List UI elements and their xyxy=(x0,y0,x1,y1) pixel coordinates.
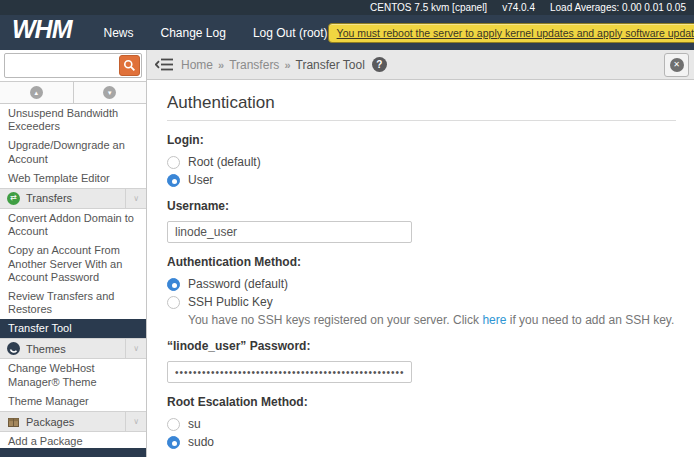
sidebar-scroll-controls: ▲ ▼ xyxy=(0,82,146,104)
breadcrumb: Home » Transfers » Transfer Tool ? xyxy=(181,57,387,72)
username-label: Username: xyxy=(167,199,676,213)
header-nav: News Change Log Log Out (root) xyxy=(103,26,327,40)
sidebar-search-row xyxy=(0,50,146,82)
radio-icon xyxy=(167,156,180,169)
server-status-strip: CENTOS 7.5 kvm [cpanel] v74.0.4 Load Ave… xyxy=(0,0,694,15)
close-button[interactable]: ✕ xyxy=(664,53,689,77)
sidebar-item-review-transfers-restores[interactable]: Review Transfers and Restores xyxy=(0,287,146,319)
sidebar-item-convert-addon-domain[interactable]: Convert Addon Domain to Account xyxy=(0,209,146,241)
radio-escalation-sudo[interactable]: sudo xyxy=(167,435,676,449)
radio-auth-ssh-key[interactable]: SSH Public Key xyxy=(167,295,676,309)
radio-label: User xyxy=(188,173,213,187)
system-info: CENTOS 7.5 kvm [cpanel] xyxy=(370,2,487,13)
sidebar-item-add-a-package[interactable]: Add a Package xyxy=(0,432,146,448)
scroll-up-icon: ▲ xyxy=(30,86,43,99)
collapse-sidebar-button[interactable] xyxy=(155,58,173,71)
packages-icon xyxy=(7,415,20,428)
radio-escalation-su[interactable]: su xyxy=(167,417,676,431)
chevron-down-icon[interactable]: ∨ xyxy=(125,339,146,358)
sidebar-item-copy-account-password[interactable]: Copy an Account From Another Server With… xyxy=(0,241,146,287)
transfers-icon: ⇄ xyxy=(7,192,20,205)
sidebar-section-themes[interactable]: Themes ∨ xyxy=(0,338,146,359)
nav-log-out[interactable]: Log Out (root) xyxy=(253,26,328,40)
sidebar-section-packages[interactable]: Packages ∨ xyxy=(0,411,146,432)
search-icon xyxy=(123,59,136,72)
ssh-note-here-link[interactable]: here xyxy=(482,313,506,327)
page-body: ▲ ▼ Unsuspend Bandwidth Exceeders Upgrad… xyxy=(0,50,694,457)
breadcrumb-transfer-tool: Transfer Tool xyxy=(296,58,365,72)
radio-login-user[interactable]: User xyxy=(167,173,676,187)
radio-label: su xyxy=(188,417,201,431)
sidebar: ▲ ▼ Unsuspend Bandwidth Exceeders Upgrad… xyxy=(0,50,147,457)
ssh-key-note: You have no SSH keys registered on your … xyxy=(188,313,676,327)
sidebar-menu: Unsuspend Bandwidth Exceeders Upgrade/Do… xyxy=(0,104,146,448)
password-label: “linode_user” Password: xyxy=(167,339,676,353)
search-button[interactable] xyxy=(119,55,140,76)
section-label: Transfers xyxy=(26,192,125,204)
radio-icon xyxy=(167,436,180,449)
ssh-note-text: if you need to add an SSH key. xyxy=(506,313,674,327)
version-label: v74.0.4 xyxy=(502,2,535,13)
scroll-down-button[interactable]: ▼ xyxy=(74,82,147,103)
transfer-tool-content: Authentication Login: Root (default) Use… xyxy=(147,80,694,457)
whm-logo[interactable]: WHM xyxy=(12,15,71,44)
radio-icon xyxy=(167,418,180,431)
breadcrumb-separator: » xyxy=(218,59,224,71)
chevron-down-icon[interactable]: ∨ xyxy=(125,412,146,431)
sidebar-section-transfers[interactable]: ⇄ Transfers ∨ xyxy=(0,188,146,209)
help-icon[interactable]: ? xyxy=(372,57,387,72)
whm-app: CENTOS 7.5 kvm [cpanel] v74.0.4 Load Ave… xyxy=(0,0,694,457)
chevron-down-icon[interactable]: ∨ xyxy=(125,189,146,208)
login-label: Login: xyxy=(167,133,676,147)
section-label: Packages xyxy=(26,416,125,428)
sidebar-item-upgrade-downgrade-account[interactable]: Upgrade/Downgrade an Account xyxy=(0,136,146,168)
username-field[interactable] xyxy=(167,221,412,243)
breadcrumb-transfers[interactable]: Transfers xyxy=(229,58,279,72)
load-averages: Load Averages: 0.00 0.01 0.05 xyxy=(550,2,686,13)
ssh-note-text: You have no SSH keys registered on your … xyxy=(188,313,482,327)
breadcrumb-separator: » xyxy=(284,59,290,71)
radio-icon xyxy=(167,296,180,309)
sidebar-item-web-template-editor[interactable]: Web Template Editor xyxy=(0,169,146,188)
nav-news[interactable]: News xyxy=(103,26,133,40)
section-label: Themes xyxy=(26,343,125,355)
sidebar-item-transfer-tool[interactable]: Transfer Tool xyxy=(0,319,146,338)
sidebar-bottom-bar xyxy=(0,448,146,457)
sidebar-item-unsuspend-bandwidth-exceeders[interactable]: Unsuspend Bandwidth Exceeders xyxy=(0,104,146,136)
radio-label: SSH Public Key xyxy=(188,295,273,309)
sidebar-item-change-whm-theme[interactable]: Change WebHost Manager® Theme xyxy=(0,359,146,391)
authentication-heading: Authentication xyxy=(167,93,676,121)
close-icon: ✕ xyxy=(670,58,684,72)
breadcrumb-home[interactable]: Home xyxy=(181,58,213,72)
radio-auth-password[interactable]: Password (default) xyxy=(167,277,676,291)
password-field[interactable] xyxy=(167,361,412,383)
auth-method-label: Authentication Method: xyxy=(167,255,676,269)
radio-icon xyxy=(167,278,180,291)
radio-label: Password (default) xyxy=(188,277,288,291)
sidebar-item-theme-manager[interactable]: Theme Manager xyxy=(0,392,146,411)
radio-label: sudo xyxy=(188,435,214,449)
scroll-down-icon: ▼ xyxy=(103,86,116,99)
radio-icon xyxy=(167,174,180,187)
main-panel: Home » Transfers » Transfer Tool ? ✕ Aut… xyxy=(147,50,694,457)
header-main: WHM News Change Log Log Out (root) You m… xyxy=(0,15,694,50)
reboot-alert-banner[interactable]: You must reboot the server to apply kern… xyxy=(328,23,694,43)
collapse-sidebar-icon xyxy=(155,58,173,71)
scroll-up-button[interactable]: ▲ xyxy=(0,82,74,103)
header: CENTOS 7.5 kvm [cpanel] v74.0.4 Load Ave… xyxy=(0,0,694,50)
themes-icon xyxy=(7,342,20,355)
breadcrumb-bar: Home » Transfers » Transfer Tool ? ✕ xyxy=(147,50,694,80)
nav-change-log[interactable]: Change Log xyxy=(161,26,226,40)
radio-label: Root (default) xyxy=(188,155,261,169)
root-escalation-label: Root Escalation Method: xyxy=(167,395,676,409)
radio-login-root[interactable]: Root (default) xyxy=(167,155,676,169)
